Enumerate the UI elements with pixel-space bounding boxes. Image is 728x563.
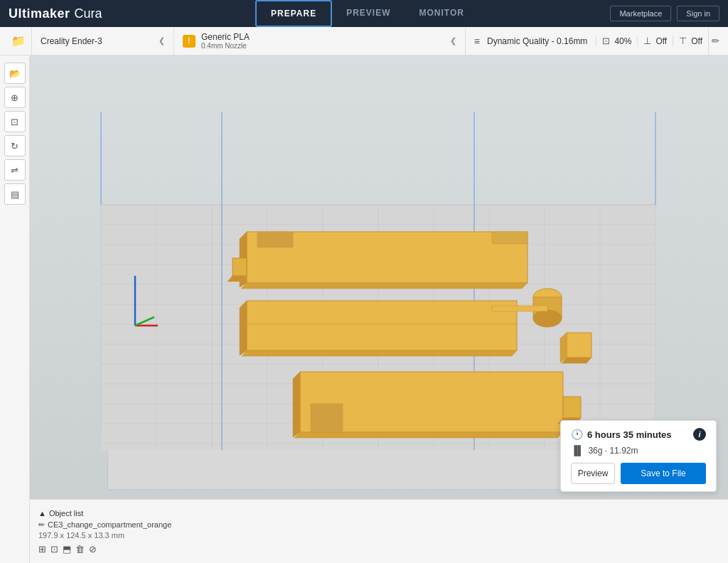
quality-icon: ≡ [474,36,480,47]
object-item: ✏ CE3_change_compartment_orange [38,520,719,530]
main: 📂 ⊕ ⊡ ↻ ⇌ ▤ [0,55,728,563]
logo: Ultimaker Cura [9,6,102,21]
svg-marker-51 [293,372,300,437]
material-icon: ! [183,35,196,48]
quality-section[interactable]: ≡ Dynamic Quality - 0.16mm [466,27,596,55]
quality-name: Dynamic Quality - 0.16mm [487,36,587,46]
object-actions: ⊞ ⊡ ⬒ 🗑 ⊘ [38,544,719,554]
paste-icon[interactable]: ⬒ [63,544,71,554]
filament-icon: ▐▌ [571,445,584,456]
svg-marker-54 [563,397,581,418]
svg-marker-38 [257,232,293,247]
object-list-label: Object list [49,509,83,518]
svg-marker-37 [241,283,528,289]
material-section[interactable]: ! Generic PLA 0.4mm Nozzle ❮ [174,27,466,55]
clock-icon: 🕐 [571,429,583,440]
folder-icon[interactable]: 📁 [11,34,26,48]
print-buttons: Preview Save to File [571,463,706,484]
svg-marker-40 [232,258,247,276]
bottom-panel: ▲ Object list ✏ CE3_change_compartment_o… [30,499,728,563]
adhesion-section: ⊤ Off [673,36,708,46]
signin-button[interactable]: Sign in [677,6,719,21]
support-label: Off [655,36,667,46]
svg-marker-39 [492,232,528,244]
infill-icon: ⊡ [602,36,610,46]
svg-marker-57 [562,358,592,363]
edit-icon: ✏ [38,520,45,530]
tool-arrange[interactable]: ▤ [4,183,26,205]
svg-marker-44 [242,350,517,356]
print-info: 🕐 6 hours 35 minutes i ▐▌ 36g · 11.92m P… [560,420,717,492]
info-icon[interactable]: i [693,428,706,441]
infill-section: ⊡ 40% [596,36,637,46]
viewport[interactable]: 🕐 6 hours 35 minutes i ▐▌ 36g · 11.92m P… [30,55,728,563]
print-time-text: 6 hours 35 minutes [587,429,689,440]
settings-icon[interactable]: ✏ [708,27,722,55]
support-section: ⊥ Off [637,36,673,46]
object-list-header: ▲ Object list [38,509,719,518]
object-name: CE3_change_compartment_orange [48,520,171,529]
tool-mirror[interactable]: ⇌ [4,159,26,181]
toolbar: 📁 Creality Ender-3 ❮ ! Generic PLA 0.4mm… [0,27,728,55]
tool-rotate[interactable]: ↻ [4,135,26,156]
copy-icon[interactable]: ⊡ [50,544,58,554]
infill-value: 40% [614,36,631,46]
tool-scale[interactable]: ⊡ [4,111,26,132]
header: Ultimaker Cura PREPARE PREVIEW MONITOR M… [0,0,728,27]
logo-ultimaker: Ultimaker [9,6,70,21]
svg-marker-49 [492,306,547,311]
print-time-row: 🕐 6 hours 35 minutes i [571,428,706,441]
svg-marker-56 [567,333,592,358]
tab-prepare[interactable]: PREPARE [255,0,332,27]
svg-marker-52 [294,432,563,438]
svg-marker-53 [311,404,343,432]
object-dims: 197.9 x 124.5 x 13.3 mm [38,531,719,540]
marketplace-button[interactable]: Marketplace [610,6,671,21]
collapse-icon[interactable]: ▲ [38,509,46,518]
adhesion-icon: ⊤ [679,36,687,46]
material-dropdown-icon[interactable]: ❮ [450,36,456,45]
logo-cura: Cura [75,6,102,21]
filament-text: 36g · 11.92m [588,446,638,456]
preview-button[interactable]: Preview [571,463,615,484]
material-name: Generic PLA [201,32,250,42]
tool-open[interactable]: 📂 [4,63,26,84]
more-icon[interactable]: ⊘ [89,544,97,554]
duplicate-icon[interactable]: ⊞ [38,544,46,554]
delete-icon[interactable]: 🗑 [75,544,85,554]
save-to-file-button[interactable]: Save to File [621,463,706,484]
tool-move[interactable]: ⊕ [4,87,26,108]
left-tools: 📂 ⊕ ⊡ ↻ ⇌ ▤ [0,55,30,563]
material-info: Generic PLA 0.4mm Nozzle [201,32,250,50]
svg-marker-42 [247,301,517,350]
nozzle-size: 0.4mm Nozzle [201,42,250,50]
svg-point-48 [533,310,562,327]
header-right: Marketplace Sign in [610,6,719,21]
svg-marker-43 [240,301,247,355]
filament-row: ▐▌ 36g · 11.92m [571,445,706,456]
tab-monitor[interactable]: MONITOR [405,0,478,27]
nav-tabs: PREPARE PREVIEW MONITOR [124,0,611,27]
printer-dropdown-icon[interactable]: ❮ [159,36,165,45]
printer-section[interactable]: Creality Ender-3 ❮ [32,27,174,55]
support-icon: ⊥ [643,36,651,46]
tab-preview[interactable]: PREVIEW [332,0,405,27]
toolbar-file: 📁 [6,27,32,55]
printer-name: Creality Ender-3 [41,36,102,46]
adhesion-label: Off [691,36,702,46]
